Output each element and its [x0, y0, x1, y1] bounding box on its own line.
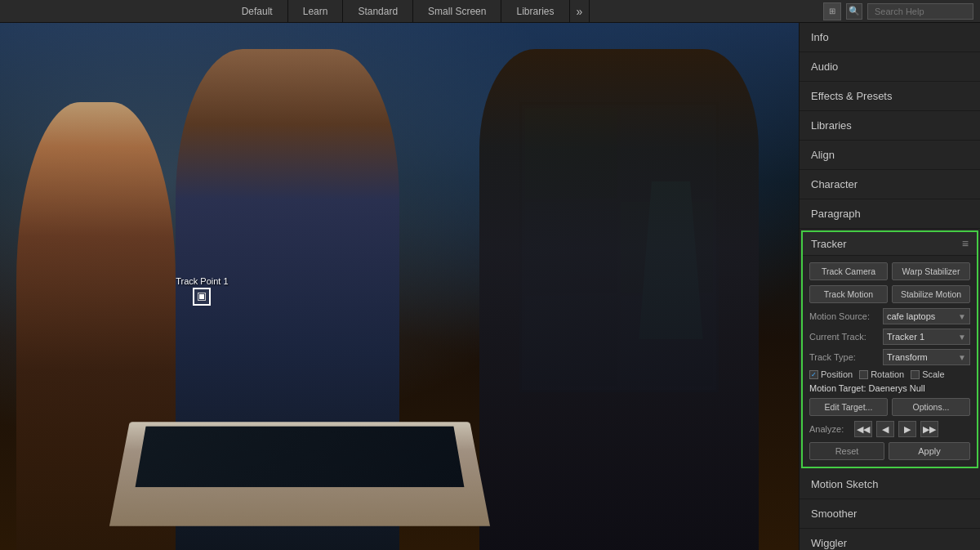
tracker-menu-icon[interactable]: ≡: [962, 237, 969, 250]
position-checkbox[interactable]: [809, 370, 818, 379]
track-type-arrow: ▼: [958, 353, 966, 362]
analyze-rewind-start-button[interactable]: ◀◀: [854, 421, 872, 437]
motion-source-value: cafe laptops: [887, 311, 935, 321]
tracker-header: Tracker ≡: [803, 232, 977, 256]
transform-checkbox-row: Position Rotation Scale: [809, 369, 970, 379]
track-type-row: Track Type: Transform ▼: [809, 349, 970, 365]
laptop-screen: [135, 427, 464, 487]
analyze-rewind-button[interactable]: ◀: [876, 421, 894, 437]
analyze-play-button[interactable]: ▶: [898, 421, 916, 437]
options-button[interactable]: Options...: [892, 398, 970, 416]
motion-source-row: Motion Source: cafe laptops ▼: [809, 308, 970, 324]
motion-target-label: Motion Target:: [809, 383, 866, 393]
warp-stabilizer-button[interactable]: Warp Stabilizer: [892, 262, 970, 280]
motion-target-value: Daenerys Null: [869, 383, 925, 393]
tab-standard[interactable]: Standard: [343, 0, 413, 23]
panel-item-info[interactable]: Info: [800, 23, 980, 52]
track-point-box[interactable]: [193, 288, 211, 306]
scale-checkbox[interactable]: [911, 370, 920, 379]
workspace-tabs: Default Learn Standard Small Screen Libr…: [0, 0, 817, 23]
top-bar-right: ⊞ 🔍: [817, 2, 980, 20]
action-btn-row: Edit Target... Options...: [809, 398, 970, 416]
track-motion-button[interactable]: Track Motion: [809, 285, 888, 303]
workspace-icon[interactable]: ⊞: [823, 2, 841, 20]
motion-source-arrow: ▼: [958, 312, 966, 321]
search-icon: 🔍: [846, 3, 862, 20]
panel-item-paragraph[interactable]: Paragraph: [800, 199, 980, 229]
motion-source-dropdown[interactable]: cafe laptops ▼: [883, 308, 970, 324]
video-background: Track Point 1: [0, 23, 799, 550]
panel-item-smoother[interactable]: Smoother: [800, 499, 980, 529]
stabilize-motion-button[interactable]: Stabilize Motion: [892, 285, 970, 303]
tab-learn[interactable]: Learn: [288, 0, 344, 23]
panel-item-effects-presets[interactable]: Effects & Presets: [800, 82, 980, 111]
tracker-body: Track Camera Warp Stabilizer Track Motio…: [803, 256, 977, 467]
apply-button[interactable]: Apply: [889, 442, 970, 460]
panel-item-align[interactable]: Align: [800, 141, 980, 170]
analyze-forward-button[interactable]: ▶▶: [920, 421, 938, 437]
rotation-checkbox-item[interactable]: Rotation: [859, 369, 904, 379]
track-type-dropdown[interactable]: Transform ▼: [883, 349, 970, 365]
panel-item-libraries[interactable]: Libraries: [800, 111, 980, 141]
motion-source-label: Motion Source:: [809, 311, 879, 321]
search-input[interactable]: [867, 3, 973, 20]
rotation-checkbox[interactable]: [859, 370, 868, 379]
tab-libraries[interactable]: Libraries: [501, 0, 569, 23]
tab-small-screen[interactable]: Small Screen: [413, 0, 501, 23]
current-track-value: Tracker 1: [887, 332, 924, 342]
motion-target-row: Motion Target: Daenerys Null: [809, 383, 970, 393]
track-point-label: Track Point 1: [176, 276, 228, 286]
track-type-value: Transform: [887, 352, 928, 362]
analyze-row: Analyze: ◀◀ ◀ ▶ ▶▶: [809, 421, 970, 437]
scale-label: Scale: [922, 369, 945, 379]
track-point-inner: [198, 293, 206, 301]
tracker-panel: Tracker ≡ Track Camera Warp Stabilizer T…: [801, 230, 978, 468]
panel-item-wiggler[interactable]: Wiggler: [800, 529, 980, 550]
right-panel: Info Audio Effects & Presets Libraries A…: [799, 23, 980, 550]
top-bar: Default Learn Standard Small Screen Libr…: [0, 0, 980, 23]
current-track-arrow: ▼: [958, 333, 966, 342]
tracker-title: Tracker: [811, 238, 847, 250]
panel-item-character[interactable]: Character: [800, 170, 980, 199]
reset-button[interactable]: Reset: [809, 442, 884, 460]
tracker-top-btn-row: Track Camera Warp Stabilizer: [809, 262, 970, 280]
track-point: Track Point 1: [176, 276, 228, 306]
rotation-label: Rotation: [871, 369, 904, 379]
person-right: [479, 49, 759, 550]
analyze-label: Analyze:: [809, 424, 850, 434]
reset-apply-row: Reset Apply: [809, 442, 970, 460]
panel-item-audio[interactable]: Audio: [800, 52, 980, 82]
laptop: [109, 422, 490, 525]
panel-item-motion-sketch[interactable]: Motion Sketch: [800, 470, 980, 499]
position-checkbox-item[interactable]: Position: [809, 369, 853, 379]
scale-checkbox-item[interactable]: Scale: [911, 369, 945, 379]
track-type-label: Track Type:: [809, 352, 879, 362]
video-area: Track Point 1: [0, 23, 799, 550]
tab-default[interactable]: Default: [227, 0, 288, 23]
current-track-row: Current Track: Tracker 1 ▼: [809, 329, 970, 345]
current-track-dropdown[interactable]: Tracker 1 ▼: [883, 329, 970, 345]
main-content: Track Point 1 Info Audio Effects & Prese…: [0, 23, 980, 550]
track-camera-button[interactable]: Track Camera: [809, 262, 888, 280]
position-label: Position: [821, 369, 853, 379]
tracker-bottom-btn-row: Track Motion Stabilize Motion: [809, 285, 970, 303]
edit-target-button[interactable]: Edit Target...: [809, 398, 888, 416]
tabs-more-icon[interactable]: »: [570, 0, 590, 23]
current-track-label: Current Track:: [809, 332, 879, 342]
